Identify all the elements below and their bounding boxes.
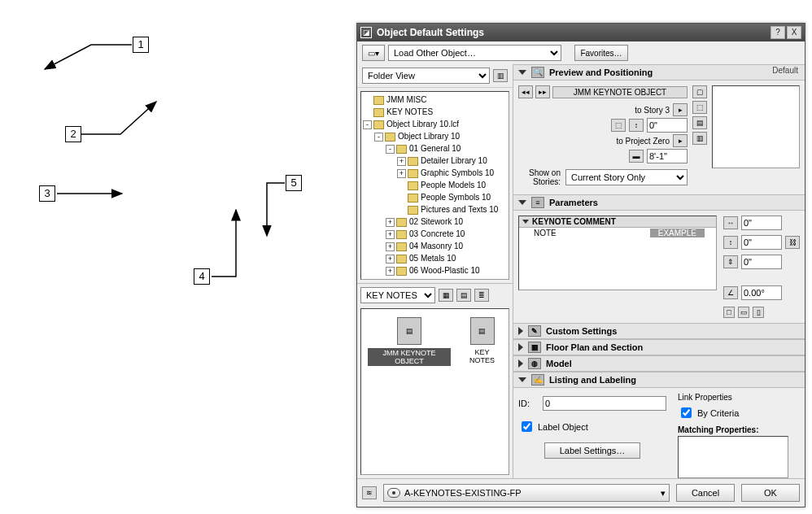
dim-y-input[interactable] [741,235,782,250]
link-properties-label: Link Properties [678,393,800,402]
tree-expander-icon[interactable]: - [386,145,395,154]
floorplan-section-header[interactable]: ▦ Floor Plan and Section [513,339,805,355]
tree-node[interactable]: People Models 10 [363,179,507,191]
mirror-y-icon[interactable]: ▯ [753,307,764,318]
object-thumbnail[interactable]: ▤KEY NOTES [462,317,502,364]
link-dims-icon[interactable]: ⛓ [785,236,800,249]
tree-node[interactable]: +06 Wood-Plastic 10 [363,264,507,277]
preview-mode-side-icon[interactable]: ▥ [692,132,707,145]
dim-z-icon: ⇕ [723,255,738,268]
listing-section-header[interactable]: ✍ Listing and Labeling [513,372,805,388]
tree-node[interactable]: -Object Library 10 [363,130,507,142]
tree-expander-icon[interactable]: - [374,133,383,142]
tree-node-label: 03 Concrete 10 [409,229,465,238]
parameters-table[interactable]: KEYNOTE COMMENT NOTE EXAMPLE [518,216,717,290]
param-row[interactable]: NOTE EXAMPLE [519,228,716,238]
library-browser-panel: Folder View ▥ JMM MISCKEY NOTES-Object L… [357,64,513,478]
mirror-x-icon[interactable]: ▭ [738,307,749,318]
ok-button[interactable]: OK [741,484,800,502]
tree-expander-icon[interactable]: + [386,230,395,239]
tree-expander-icon[interactable]: + [386,242,395,251]
cancel-button[interactable]: Cancel [676,484,735,502]
chevron-down-icon: ▾ [661,488,666,499]
folder-icon [408,157,418,166]
view-mode-button[interactable]: ▭▾ [362,45,385,61]
by-criteria-checkbox[interactable] [681,407,692,418]
parameters-section-header[interactable]: ≡ Parameters [513,194,805,211]
favorites-button[interactable]: Favorites… [574,45,627,61]
tree-expander-icon[interactable]: + [386,255,395,264]
tree-node[interactable]: +03 Concrete 10 [363,228,507,240]
preview-mode-plan-icon[interactable]: ▢ [692,85,707,98]
mirror-none-icon[interactable]: □ [723,307,735,318]
tree-node[interactable]: Pictures and Texts 10 [363,203,507,216]
folder-view-select[interactable]: Folder View [362,68,490,84]
preview-section-header[interactable]: 🔍 Preview and Positioning [513,64,805,81]
tree-node[interactable]: +07 Therm and Moist Prot 10 [363,277,507,279]
tree-expander-spacer [397,191,406,200]
story-nav-icon[interactable]: ▸ [673,103,688,116]
model-section-header[interactable]: ◍ Model [513,355,805,372]
preview-mode-3d-icon[interactable]: ⬚ [692,101,707,114]
tree-expander-icon[interactable]: - [363,120,372,129]
to-story-input[interactable] [647,118,688,133]
view-toggle-icon[interactable]: ▥ [493,69,508,82]
tree-expander-spacer [363,106,372,115]
parameters-title: Parameters [549,198,598,207]
layer-combo[interactable]: A-KEYNOTES-EXISTING-FP ▾ [383,484,670,502]
zero-nav-icon[interactable]: ▸ [673,134,688,147]
label-object-checkbox[interactable] [522,421,532,432]
tree-node[interactable]: JMM MISC [363,94,507,106]
to-zero-input[interactable] [647,149,688,163]
param-value[interactable]: EXAMPLE [650,229,705,237]
label-settings-button[interactable]: Label Settings… [544,442,641,459]
param-group-twisty-icon[interactable] [522,220,529,224]
dim-x-icon: ↔ [723,216,738,229]
model-icon: ◍ [528,358,541,369]
small-icons-icon[interactable]: ▤ [456,289,471,302]
list-view-icon[interactable]: ≣ [474,289,489,302]
tree-node-label: Detailer Library 10 [421,156,487,165]
titlebar[interactable]: ◪ Object Default Settings ? X [357,24,805,41]
dim-z-input[interactable] [741,255,782,269]
matching-properties-list[interactable] [678,436,788,478]
close-button[interactable]: X [787,26,801,39]
tree-node[interactable]: +Graphic Symbols 10 [363,167,507,179]
nav-next-icon[interactable]: ▸▸ [535,85,550,98]
folder-icon [396,145,407,154]
tree-node[interactable]: People Symbols 10 [363,191,507,203]
tree-node-label: People Models 10 [421,181,486,189]
custom-settings-header[interactable]: ✎ Custom Settings [513,323,805,339]
tree-node[interactable]: +05 Metals 10 [363,252,507,264]
folder-icon [408,169,418,178]
angle-input[interactable] [741,285,782,300]
dim-x-input[interactable] [741,216,782,230]
floorplan-icon: ▦ [528,342,541,353]
id-input[interactable] [543,396,666,411]
tree-node[interactable]: +02 Sitework 10 [363,216,507,228]
angle-icon: ∠ [723,286,738,299]
large-icons-icon[interactable]: ▦ [439,289,453,302]
show-on-stories-select[interactable]: Current Story Only [565,169,688,185]
preview-mode-elev-icon[interactable]: ▤ [692,116,707,129]
tree-expander-icon[interactable]: + [386,218,395,227]
nav-first-icon[interactable]: ◂◂ [518,85,533,98]
anchor-icon[interactable]: ↕ [629,119,644,132]
tree-node[interactable]: +04 Masonry 10 [363,240,507,252]
disclosure-right-icon [518,343,523,351]
library-tree[interactable]: JMM MISCKEY NOTES-Object Library 10.lcf-… [360,91,509,280]
floorplan-title: Floor Plan and Section [546,342,643,352]
tree-node[interactable]: +Detailer Library 10 [363,155,507,167]
help-button[interactable]: ? [771,26,785,39]
load-object-select[interactable]: Load Other Object… [388,45,561,61]
tree-node[interactable]: -Object Library 10.lcf [363,118,507,130]
tree-node[interactable]: KEY NOTES [363,106,507,118]
tree-node[interactable]: -01 General 10 [363,142,507,155]
browse-folder-select[interactable]: KEY NOTES [360,287,435,303]
tree-expander-icon[interactable]: + [397,169,406,178]
object-thumbnail[interactable]: ▤JMM KEYNOTE OBJECT [368,317,451,366]
to-zero-label: to Project Zero [616,137,670,146]
tree-expander-icon[interactable]: + [397,157,406,166]
tree-expander-icon[interactable]: + [386,267,395,276]
id-label: ID: [518,399,538,408]
